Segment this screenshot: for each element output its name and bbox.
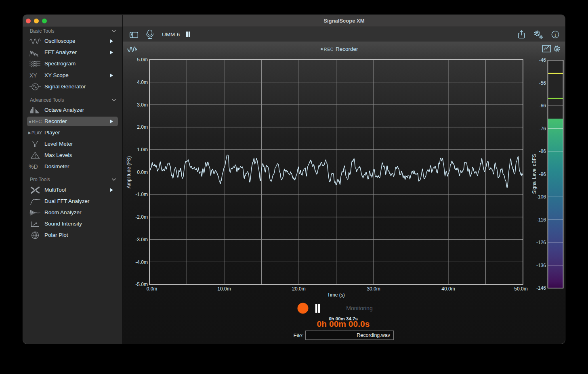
svg-text:Time (s): Time (s) [327, 292, 345, 298]
svg-text:-56: -56 [539, 80, 546, 86]
svg-text:-4.0m: -4.0m [135, 259, 148, 265]
svg-text:Amplitude (FS): Amplitude (FS) [126, 156, 132, 188]
svg-text:-116: -116 [537, 217, 546, 223]
svg-text:-106: -106 [536, 194, 546, 200]
svg-text:-76: -76 [539, 126, 546, 132]
svg-text:Recorder: Recorder [336, 46, 358, 52]
svg-text:30.0m: 30.0m [367, 286, 380, 292]
svg-text:-126: -126 [536, 240, 546, 245]
svg-text:Signal Level dBFS: Signal Level dBFS [531, 154, 537, 194]
svg-text:-136: -136 [536, 263, 546, 268]
svg-text:5.0m: 5.0m [137, 57, 148, 63]
svg-text:2.0m: 2.0m [137, 124, 148, 130]
svg-text:REC: REC [324, 47, 334, 52]
svg-text:-5.0m: -5.0m [135, 282, 148, 287]
svg-text:4.0m: 4.0m [137, 79, 148, 85]
svg-text:Recording.wav: Recording.wav [357, 332, 390, 338]
svg-text:50.0m: 50.0m [514, 286, 527, 292]
svg-text:40.0m: 40.0m [441, 286, 455, 292]
svg-text:-66: -66 [539, 103, 546, 109]
svg-text:-146: -146 [536, 285, 546, 291]
svg-text:0.0m: 0.0m [147, 286, 158, 292]
svg-text:-2.0m: -2.0m [135, 214, 148, 220]
svg-text:20.0m: 20.0m [292, 286, 305, 292]
svg-text:0h 00m 00.0s: 0h 00m 00.0s [317, 319, 370, 328]
svg-text:-3.0m: -3.0m [135, 237, 148, 242]
svg-text:10.0m: 10.0m [217, 286, 231, 292]
svg-text:-46: -46 [539, 57, 546, 63]
svg-text:File:: File: [293, 332, 304, 338]
svg-text:0.0m: 0.0m [137, 169, 148, 175]
svg-text:-86: -86 [539, 148, 546, 154]
svg-text:i: i [554, 32, 556, 38]
svg-text:Monitoring: Monitoring [346, 305, 372, 311]
svg-text:UMM-6: UMM-6 [162, 31, 180, 38]
svg-text:1.0m: 1.0m [137, 147, 148, 153]
svg-text:3.0m: 3.0m [137, 102, 148, 108]
svg-text:-96: -96 [539, 171, 546, 177]
svg-text:-1.0m: -1.0m [135, 192, 148, 197]
